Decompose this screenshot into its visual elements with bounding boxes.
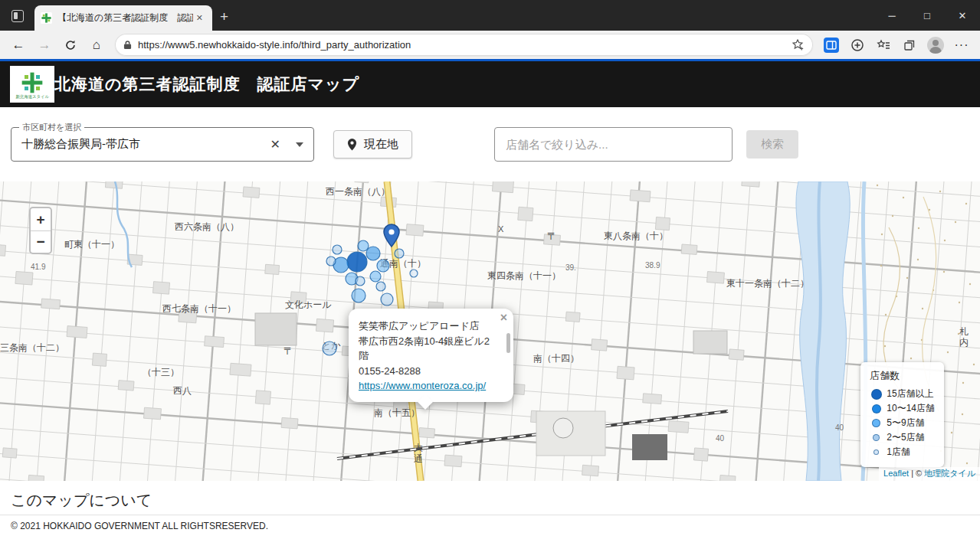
legend-label: 1店舗 (887, 446, 910, 459)
profile-avatar[interactable] (923, 34, 949, 57)
map-area[interactable]: 西一条南（八）西六条南（八）町東（十一）東八条南（十）通南（十）東四条南（十一）… (0, 181, 980, 481)
map-label: 西一条南（八） (326, 186, 390, 197)
legend-dot-icon (871, 389, 882, 400)
legend-item: 1店舗 (870, 445, 935, 459)
search-button[interactable]: 検索 (746, 130, 798, 159)
store-cluster-marker[interactable] (366, 247, 380, 260)
window-maximize-button[interactable]: □ (910, 0, 945, 31)
store-cluster-marker[interactable] (333, 245, 342, 254)
municipality-select[interactable]: 市区町村を選択 十勝総合振興局-帯広市 ✕ (11, 127, 314, 162)
map-label: （十三） (143, 367, 179, 377)
popup-scrollbar[interactable] (506, 333, 510, 353)
store-address: 帯広市西2条南10-4銀座ビル2階 (359, 334, 500, 364)
address-bar[interactable]: https://www5.newhokkaido-style.info/thir… (115, 34, 813, 56)
map-label: 西六条南（八） (175, 221, 239, 232)
sidebar-icon[interactable] (818, 34, 844, 57)
legend-dot-icon (872, 419, 880, 427)
avatar-icon (927, 37, 944, 54)
legend-item: 2〜5店舗 (870, 430, 935, 445)
url-text[interactable]: https://www5.newhokkaido-style.info/thir… (138, 39, 792, 51)
store-cluster-marker[interactable] (323, 342, 336, 355)
map-label: 南（十四） (533, 353, 579, 364)
map-label: 南（十五） (374, 407, 420, 418)
map-label: 西七条南（十一） (162, 303, 236, 314)
map-legend: 店舗数 15店舗以上10〜14店舗5〜9店舗2〜5店舗1店舗 (860, 362, 944, 467)
tab-title: 【北海道の第三者認証制度 認証 (57, 11, 193, 25)
tab-actions-icon[interactable] (11, 10, 24, 22)
store-popup-content: 笑笑帯広アッピアロード店 帯広市西2条南10-4銀座ビル2階 0155-24-8… (349, 309, 513, 402)
map-label: 40 (716, 434, 725, 443)
collections-icon[interactable] (896, 34, 923, 57)
back-icon[interactable]: ← (5, 34, 31, 57)
browser-tab[interactable]: 【北海道の第三者認証制度 認証 ✕ (34, 5, 212, 31)
tab-close-icon[interactable]: ✕ (193, 11, 206, 25)
leaflet-link[interactable]: Leaflet (883, 469, 909, 478)
store-cluster-marker[interactable] (381, 293, 393, 306)
add-favorite-star-icon[interactable] (792, 38, 805, 51)
legend-item: 15店舗以上 (870, 387, 935, 401)
municipality-select-value: 十勝総合振興局-帯広市 (21, 137, 270, 152)
map-label: 40 (835, 423, 844, 432)
refresh-icon[interactable] (57, 34, 84, 57)
site-header: 新北海道スタイル 北海道の第三者認証制度 認証店マップ (0, 61, 980, 107)
legend-dot-cell (870, 389, 883, 400)
window-minimize-button[interactable]: ─ (874, 0, 910, 31)
legend-label: 10〜14店舗 (887, 402, 935, 415)
legend-label: 15店舗以上 (887, 387, 933, 400)
map-label: 〒 (547, 230, 557, 242)
map-label: 39. (565, 263, 576, 272)
store-cluster-marker[interactable] (370, 271, 381, 282)
new-tab-button[interactable]: + (212, 9, 238, 31)
store-website-link[interactable]: https://www.monteroza.co.jp/ (359, 380, 486, 391)
municipality-select-label: 市区町村を選択 (19, 122, 84, 133)
zoom-out-button[interactable]: − (31, 230, 51, 253)
map-label: 東四条南（十一） (487, 270, 561, 281)
map-label: X (498, 224, 504, 234)
store-cluster-marker[interactable] (377, 260, 389, 272)
store-cluster-marker[interactable] (352, 289, 365, 302)
store-cluster-marker[interactable] (347, 252, 367, 272)
clear-selection-icon[interactable]: ✕ (270, 137, 280, 152)
legend-dot-cell (870, 449, 883, 455)
store-cluster-marker[interactable] (410, 270, 418, 277)
map-label: 西八 (173, 385, 192, 396)
store-cluster-marker[interactable] (326, 257, 336, 266)
popup-close-icon[interactable]: × (500, 311, 507, 325)
copyright-text: © 2021 HOKKAIDO GOVERNMENT ALL RIGHTSRES… (11, 521, 268, 531)
page-title: 北海道の第三者認証制度 認証店マップ (54, 74, 359, 95)
forward-icon[interactable]: → (31, 34, 57, 57)
store-cluster-marker[interactable] (356, 276, 365, 286)
browser-menu-icon[interactable]: ··· (949, 34, 975, 57)
legend-item: 10〜14店舗 (870, 401, 935, 416)
site-logo: 新北海道スタイル (10, 66, 54, 103)
legend-dot-icon (873, 449, 879, 455)
home-icon[interactable]: ⌂ (84, 34, 110, 57)
store-cluster-marker[interactable] (358, 240, 369, 251)
window-close-button[interactable]: ✕ (945, 0, 980, 31)
store-name: 笑笑帯広アッピアロード店 (359, 319, 500, 334)
gsi-tiles-link[interactable]: 地理院タイル (924, 469, 975, 478)
legend-dot-icon (872, 404, 881, 413)
chevron-down-icon[interactable] (296, 142, 303, 147)
map-zoom-control: + − (29, 207, 52, 254)
store-cluster-marker[interactable] (376, 282, 385, 291)
map-label: 大通 (414, 443, 423, 464)
page-footer: © 2021 HOKKAIDO GOVERNMENT ALL RIGHTSRES… (0, 515, 980, 536)
store-popup: 笑笑帯広アッピアロード店 帯広市西2条南10-4銀座ビル2階 0155-24-8… (349, 309, 513, 402)
favorites-hub-icon[interactable] (870, 34, 896, 57)
legend-label: 5〜9店舗 (887, 417, 924, 430)
about-section-title: このマップについて (0, 481, 980, 515)
map-label: 東八条南（十） (604, 230, 668, 241)
zoom-in-button[interactable]: + (31, 208, 51, 230)
map-label: 文化ホール (285, 299, 332, 310)
current-location-label: 現在地 (364, 137, 398, 152)
map-label: 三条南（十二） (0, 342, 64, 353)
legend-label: 2〜5店舗 (887, 431, 924, 444)
current-location-button[interactable]: 現在地 (333, 130, 412, 159)
map-label: 札内 (959, 326, 969, 348)
store-filter-input[interactable] (494, 127, 733, 162)
extensions-icon[interactable] (844, 34, 870, 57)
map-label: 41.9 (31, 263, 46, 271)
store-cluster-marker[interactable] (395, 249, 404, 258)
legend-dot-cell (870, 404, 883, 413)
